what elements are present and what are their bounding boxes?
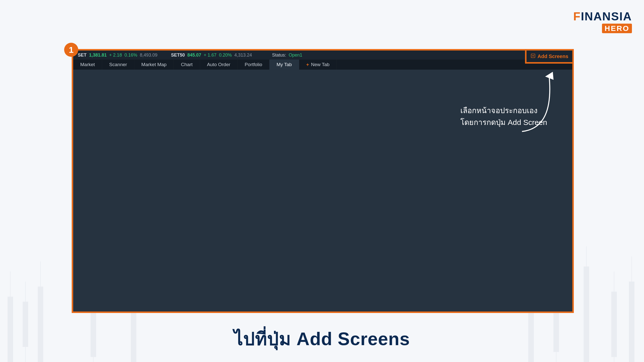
- tab-label: Market: [80, 62, 95, 67]
- tab-label: Auto Order: [207, 62, 230, 67]
- tab-label: Scanner: [109, 62, 127, 67]
- brand-sub-badge: HERO: [602, 24, 632, 33]
- market-status-label: Status:: [272, 53, 286, 58]
- tab-label: Portfolio: [245, 62, 262, 67]
- tab-market[interactable]: Market: [73, 60, 102, 70]
- brand-name: FINANSIA: [573, 11, 632, 22]
- ticker-set50-symbol: SET50: [171, 53, 185, 58]
- brand-name-rest: INANSIA: [581, 10, 632, 23]
- ticker-set-volume: 8,493.09: [140, 53, 157, 58]
- ticker-set-change: + 2.18: [109, 53, 122, 58]
- ticker-set50-percent: 0.20%: [219, 53, 232, 58]
- tab-chart[interactable]: Chart: [174, 60, 200, 70]
- annotation-line2: โดยการกดปุ่ม Add Screen: [460, 117, 547, 128]
- app-window: Add Screens SET 1,381.81 + 2.18 0.16% 8,…: [72, 49, 574, 313]
- brand-accent-letter: F: [573, 10, 581, 23]
- add-screens-plus-icon: [531, 53, 536, 60]
- tab-portfolio[interactable]: Portfolio: [238, 60, 270, 70]
- ticker-set-symbol: SET: [78, 53, 87, 58]
- step-number-badge: 1: [64, 43, 78, 57]
- add-screens-label: Add Screens: [538, 54, 568, 59]
- market-ticker-bar: SET 1,381.81 + 2.18 0.16% 8,493.09 SET50…: [73, 51, 572, 60]
- brand-logo: FINANSIA HERO: [573, 11, 632, 33]
- ticker-set50-volume: 4,313.24: [234, 53, 252, 58]
- workspace-area: เลือกหน้าจอประกอบเอง โดยการกดปุ่ม Add Sc…: [73, 70, 572, 311]
- tab-my-tab[interactable]: My Tab: [269, 60, 299, 70]
- tab-strip: Market Scanner Market Map Chart Auto Ord…: [73, 60, 572, 70]
- market-status-value: Open1: [289, 53, 302, 58]
- annotation-line1: เลือกหน้าจอประกอบเอง: [460, 105, 547, 117]
- ticker-set50-value: 845.07: [187, 53, 201, 58]
- tab-auto-order[interactable]: Auto Order: [200, 60, 238, 70]
- tab-label: My Tab: [276, 62, 292, 67]
- ticker-set50-change: + 1.67: [204, 53, 217, 58]
- tab-new-tab[interactable]: + New Tab: [299, 60, 337, 70]
- tab-market-map[interactable]: Market Map: [134, 60, 174, 70]
- ticker-set-percent: 0.16%: [125, 53, 137, 58]
- tab-scanner[interactable]: Scanner: [102, 60, 134, 70]
- tab-label: Chart: [181, 62, 192, 67]
- annotation-text: เลือกหน้าจอประกอบเอง โดยการกดปุ่ม Add Sc…: [460, 105, 547, 128]
- step-number: 1: [69, 45, 74, 55]
- plus-icon: +: [306, 62, 309, 67]
- ticker-set-value: 1,381.81: [89, 53, 107, 58]
- tab-label: Market Map: [141, 62, 167, 67]
- slide-caption: ไปที่ปุ่ม Add Screens: [0, 324, 644, 353]
- new-tab-label: New Tab: [311, 62, 330, 67]
- add-screens-highlight: Add Screens: [525, 49, 574, 64]
- add-screens-button[interactable]: Add Screens: [528, 52, 571, 61]
